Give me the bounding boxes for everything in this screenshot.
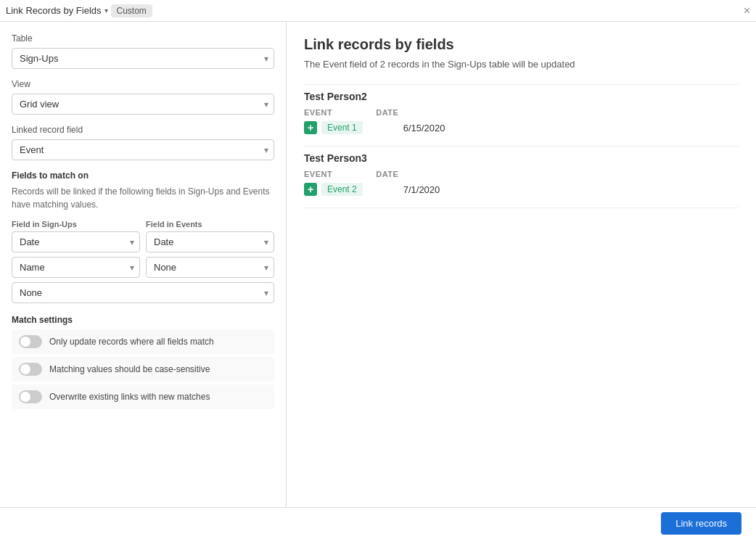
event-field-1-select[interactable]: Date None xyxy=(146,231,274,252)
top-bar: Link Records by Fields ▾ Custom × xyxy=(0,0,756,22)
signup-field-3-select[interactable]: None Date Name xyxy=(12,282,274,303)
match-settings-title: Match settings xyxy=(12,315,274,325)
fields-row-2: Name Date None None Date xyxy=(12,257,274,278)
fields-row-1: Date Name None Date None xyxy=(12,231,274,252)
event-header-1: EVENT xyxy=(304,108,332,117)
record-name-1: Test Person2 xyxy=(304,91,739,102)
table-label: Table xyxy=(12,33,274,44)
linked-record-field-group: Linked record field Event xyxy=(12,125,274,160)
toggle-row-2: Matching values should be case-sensitive xyxy=(12,357,274,382)
right-title: Link records by fields xyxy=(304,36,739,53)
toggle-all-fields[interactable] xyxy=(19,335,42,348)
add-icon-1: + xyxy=(304,121,317,134)
top-bar-title-text: Link Records by Fields xyxy=(6,5,102,16)
event-header-2: EVENT xyxy=(304,170,332,178)
right-panel: Link records by fields The Event field o… xyxy=(287,22,756,539)
fields-row-3: None Date Name xyxy=(12,282,274,303)
bottom-bar: Link records xyxy=(0,507,756,539)
record-fields-header-2: EVENT DATE xyxy=(304,170,739,178)
fields-to-match-group: Fields to match on Records will be linke… xyxy=(12,170,274,303)
toggle-row-3: Overwrite existing links with new matche… xyxy=(12,384,274,409)
toggle-overwrite-label: Overwrite existing links with new matche… xyxy=(49,392,210,402)
record-section-1: Test Person2 EVENT DATE + Event 1 6/15/2… xyxy=(304,84,739,134)
view-select-wrapper: Grid view xyxy=(12,94,274,115)
field-in-events-header: Field in Events xyxy=(146,220,274,229)
record-row-2: + Event 2 7/1/2020 xyxy=(304,183,739,196)
signup-field-1-select[interactable]: Date Name None xyxy=(12,231,140,252)
close-button[interactable]: × xyxy=(744,5,750,17)
signup-field-1-wrapper: Date Name None xyxy=(12,231,140,252)
toggle-overwrite[interactable] xyxy=(19,390,42,403)
record-divider-2 xyxy=(304,146,739,147)
left-panel: Table Sign-Ups View Grid view Linked rec… xyxy=(0,22,287,539)
record-event-2: + Event 2 xyxy=(304,183,363,196)
event-field-1-wrapper: Date None xyxy=(146,231,274,252)
fields-to-match-title: Fields to match on xyxy=(12,170,274,181)
view-label: View xyxy=(12,79,274,89)
signup-field-2-wrapper: Name Date None xyxy=(12,257,140,278)
linked-record-select-wrapper: Event xyxy=(12,139,274,160)
custom-badge[interactable]: Custom xyxy=(111,4,152,17)
record-divider-1 xyxy=(304,84,739,85)
record-divider-bottom xyxy=(304,207,739,208)
right-subtitle: The Event field of 2 records in the Sign… xyxy=(304,59,739,70)
match-settings: Match settings Only update records where… xyxy=(12,315,274,409)
record-event-1: + Event 1 xyxy=(304,121,363,134)
fields-headers: Field in Sign-Ups Field in Events xyxy=(12,220,274,229)
record-row-1: + Event 1 6/15/2020 xyxy=(304,121,739,134)
record-section-2: Test Person3 EVENT DATE + Event 2 7/1/20… xyxy=(304,146,739,196)
table-select[interactable]: Sign-Ups xyxy=(12,48,274,69)
view-field-group: View Grid view xyxy=(12,79,274,115)
signup-field-2-select[interactable]: Name Date None xyxy=(12,257,140,278)
record-date-1: 6/15/2020 xyxy=(403,123,445,133)
toggle-case-sensitive-label: Matching values should be case-sensitive xyxy=(49,364,210,374)
event-field-2-wrapper: None Date xyxy=(146,257,274,278)
table-field-group: Table Sign-Ups xyxy=(12,33,274,69)
toggle-row-1: Only update records where all fields mat… xyxy=(12,329,274,354)
linked-record-select[interactable]: Event xyxy=(12,139,274,160)
record-fields-header-1: EVENT DATE xyxy=(304,108,739,117)
record-date-2: 7/1/2020 xyxy=(403,184,440,195)
top-bar-title[interactable]: Link Records by Fields ▾ xyxy=(6,5,108,16)
signup-field-3-wrapper: None Date Name xyxy=(12,282,274,303)
event-field-2-select[interactable]: None Date xyxy=(146,257,274,278)
record-name-2: Test Person3 xyxy=(304,152,739,164)
view-select[interactable]: Grid view xyxy=(12,94,274,115)
table-select-wrapper: Sign-Ups xyxy=(12,48,274,69)
add-icon-2: + xyxy=(304,183,317,196)
event-tag-2: Event 2 xyxy=(321,183,363,196)
date-header-2: DATE xyxy=(376,170,398,178)
date-header-1: DATE xyxy=(376,108,398,117)
link-records-button[interactable]: Link records xyxy=(661,512,741,535)
main-layout: Table Sign-Ups View Grid view Linked rec… xyxy=(0,22,756,539)
field-in-signups-header: Field in Sign-Ups xyxy=(12,220,140,229)
event-tag-1: Event 1 xyxy=(321,121,363,134)
fields-to-match-desc: Records will be linked if the following … xyxy=(12,185,274,211)
chevron-down-icon: ▾ xyxy=(104,7,108,15)
linked-record-field-label: Linked record field xyxy=(12,125,274,135)
toggle-all-fields-label: Only update records where all fields mat… xyxy=(49,337,214,347)
toggle-case-sensitive[interactable] xyxy=(19,363,42,376)
